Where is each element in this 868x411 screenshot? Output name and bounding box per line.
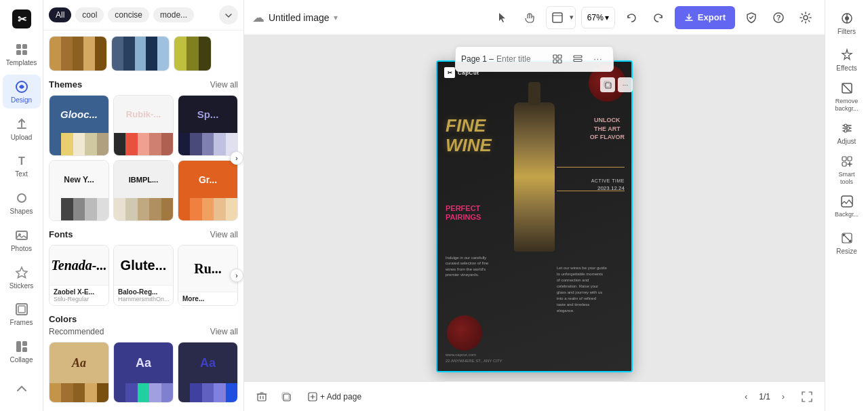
- theme-card-top-5: Gr...: [178, 161, 237, 198]
- page-prev-button[interactable]: ‹: [737, 388, 755, 406]
- sidebar-item-shapes[interactable]: Shapes: [3, 186, 41, 220]
- font-card-0[interactable]: Tenada-... Zaobel X-E... Stilu-Regular: [49, 245, 109, 306]
- main-area: ☁ Untitled image ▾ ▾: [244, 0, 825, 411]
- fonts-nav-arrow[interactable]: ›: [230, 269, 243, 282]
- color-palette-2[interactable]: Aa: [178, 342, 238, 403]
- cursor-tool-button[interactable]: [492, 7, 513, 28]
- right-sidebar-smart-tools[interactable]: Smarttools: [828, 152, 866, 187]
- themes-grid: Glooc... Lucette-R... Rubik-...: [49, 95, 238, 221]
- background-label: Backgr...: [835, 211, 859, 218]
- upload-icon: [14, 117, 29, 132]
- page-list-view-button[interactable]: [568, 50, 587, 68]
- sidebar-item-text[interactable]: T Text: [3, 149, 41, 183]
- page-delete-button[interactable]: [252, 387, 271, 406]
- footer-text: www.capcut.com 22 ANYWHERE ST., ANY CITY: [446, 352, 502, 364]
- zoom-value: 67%: [587, 13, 604, 22]
- sidebar-item-collage[interactable]: Collage: [3, 334, 41, 369]
- filter-tag-concise[interactable]: concise: [108, 7, 149, 22]
- zoom-control[interactable]: 67% ▾: [581, 7, 615, 28]
- theme-card-3[interactable]: New Y... SinkinSa...: [49, 160, 109, 221]
- fit-to-screen-button[interactable]: [797, 387, 816, 406]
- swatch-card-1[interactable]: [111, 36, 170, 71]
- swatch-card-0[interactable]: [49, 36, 107, 71]
- shield-button[interactable]: [741, 7, 762, 28]
- filter-more-button[interactable]: [219, 5, 238, 24]
- fonts-view-all[interactable]: View all: [210, 230, 238, 239]
- divider-line-2: [557, 191, 625, 191]
- unlock-text: UNLOCKTHE ARTOF FLAVOR: [590, 116, 625, 142]
- color-palette-1[interactable]: Aa: [113, 342, 174, 403]
- font-display-0: Tenada-...: [50, 246, 108, 285]
- theme-card-4[interactable]: IBMPL... Asap-SemiB...: [113, 160, 174, 221]
- filter-tag-cool[interactable]: cool: [75, 7, 104, 22]
- canvas-corner-actions: ···: [600, 77, 633, 92]
- page-copy-button[interactable]: [277, 387, 296, 406]
- svg-rect-15: [22, 347, 27, 352]
- font-card-2[interactable]: Ru... More...: [178, 245, 238, 306]
- page-grid-view-button[interactable]: [548, 50, 567, 68]
- themes-nav-arrow[interactable]: ›: [230, 151, 243, 165]
- svg-rect-25: [574, 56, 582, 58]
- swatch-card-2[interactable]: [174, 36, 212, 71]
- sidebar-item-stickers[interactable]: Stickers: [3, 260, 41, 294]
- help-button[interactable]: ?: [768, 7, 789, 28]
- svg-rect-4: [16, 50, 21, 55]
- right-sidebar-resize[interactable]: Resize: [828, 225, 866, 260]
- resize-icon: [840, 231, 854, 246]
- theme-card-bottom-0: [50, 133, 108, 156]
- export-button[interactable]: Export: [675, 6, 735, 29]
- theme-card-2[interactable]: Sp... ZY...: [178, 95, 238, 156]
- theme-card-5[interactable]: Gr... ...: [178, 160, 238, 221]
- font-card-1[interactable]: Glute... Baloo-Reg... HammersmithOn...: [113, 245, 174, 306]
- theme-card-0[interactable]: Glooc... Lucette-R...: [49, 95, 109, 156]
- color-palette-0[interactable]: Aa: [49, 342, 109, 403]
- right-sidebar-adjust[interactable]: Adjust: [828, 115, 866, 151]
- design-label: Design: [11, 96, 32, 104]
- sidebar-item-design[interactable]: Design: [3, 75, 41, 109]
- right-sidebar-background[interactable]: Backgr...: [828, 189, 866, 224]
- layout-button[interactable]: [547, 7, 568, 28]
- palette-top-1: Aa: [114, 342, 173, 383]
- svg-rect-3: [22, 44, 27, 49]
- themes-view-all[interactable]: View all: [210, 80, 238, 90]
- resize-label: Resize: [836, 248, 857, 256]
- redo-button[interactable]: [648, 7, 669, 28]
- sidebar-more-button[interactable]: [3, 371, 41, 406]
- design-panel: All cool concise mode...: [43, 0, 244, 411]
- page-title-input[interactable]: [496, 54, 545, 64]
- theme-card-1[interactable]: Rubik-... Montserr...: [113, 95, 174, 156]
- layout-chevron[interactable]: ▾: [568, 13, 575, 22]
- sidebar-item-templates[interactable]: Templates: [3, 37, 41, 72]
- recommended-label: Recommended: [49, 327, 104, 336]
- effects-icon: [840, 47, 854, 62]
- page-next-button[interactable]: ›: [774, 388, 792, 406]
- zoom-chevron: ▾: [605, 13, 609, 22]
- palette-bottom-0: [50, 383, 108, 403]
- sidebar-item-upload[interactable]: Upload: [3, 111, 41, 146]
- right-sidebar-effects[interactable]: Effects: [828, 42, 866, 77]
- page-more-button[interactable]: ···: [589, 50, 608, 68]
- filter-tag-all[interactable]: All: [49, 7, 71, 22]
- smart-tools-label: Smarttools: [838, 171, 854, 186]
- more-canvas-button[interactable]: ···: [618, 77, 633, 92]
- filter-tag-mode[interactable]: mode...: [153, 7, 194, 22]
- design-canvas[interactable]: ✂ CapCut FINE WINE UNLOCKTHE ARTOF FLAVO…: [436, 60, 633, 372]
- wine-text: WINE: [446, 136, 492, 155]
- stickers-label: Stickers: [9, 282, 34, 290]
- colors-view-all[interactable]: View all: [210, 327, 238, 336]
- app-logo: ✂: [3, 5, 41, 32]
- add-page-button[interactable]: + Add page: [301, 389, 368, 404]
- hand-tool-button[interactable]: [519, 7, 540, 28]
- undo-button[interactable]: [620, 7, 642, 28]
- font-display-2: Ru...: [178, 246, 237, 292]
- page-toolbar-icons: ···: [548, 50, 608, 68]
- photos-icon: [14, 228, 29, 243]
- settings-button[interactable]: [795, 7, 816, 28]
- copy-canvas-button[interactable]: [600, 77, 615, 92]
- doc-chevron[interactable]: ▾: [334, 13, 338, 22]
- swatch-seg: [95, 37, 106, 71]
- sidebar-item-photos[interactable]: Photos: [3, 223, 41, 258]
- right-sidebar-remove-bg[interactable]: Removebackgr...: [828, 79, 866, 114]
- right-sidebar-filters[interactable]: Filters: [828, 5, 866, 41]
- sidebar-item-frames[interactable]: Frames: [3, 297, 41, 332]
